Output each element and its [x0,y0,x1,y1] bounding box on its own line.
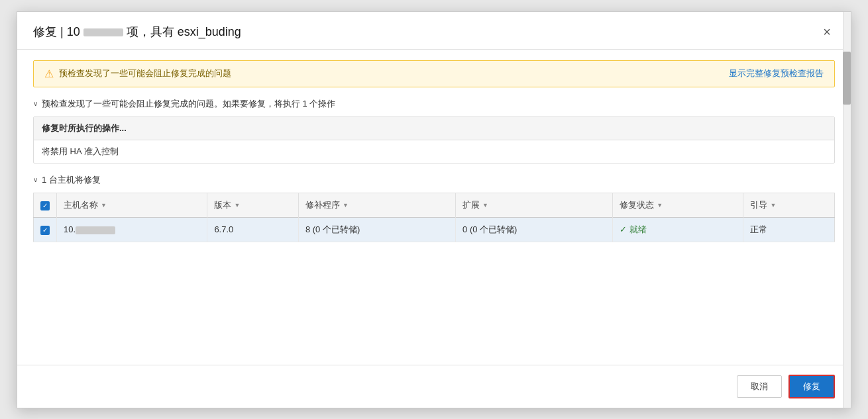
col-boot-label: 引导 [750,199,767,211]
warning-text: 预检查发现了一些可能会阻止修复完成的问题 [59,68,231,79]
select-all-checkbox[interactable] [40,201,50,210]
cancel-button[interactable]: 取消 [737,375,782,398]
sort-patch-icon[interactable]: ▼ [343,202,349,209]
title-suffix: 项，具有 esxi_buding [127,25,241,38]
warning-icon: ⚠ [44,68,54,80]
chevron-icon-2: ∨ [33,176,38,183]
chevron-icon: ∨ [33,100,38,107]
row-host: 10. [57,217,207,242]
scrollbar-thumb[interactable] [843,52,851,105]
row-patch: 8 (0 个已转储) [298,217,455,242]
col-version-label: 版本 [214,199,231,211]
dialog-footer: 取消 修复 [17,365,851,408]
operations-table: 修复时所执行的操作... 将禁用 HA 准入控制 [33,116,835,163]
dialog-title: 修复 | 10 项，具有 esxi_buding [33,24,241,40]
table-header-row: 主机名称 ▼ 版本 ▼ 修补程序 [34,193,835,217]
masked-ip-title [83,28,123,36]
col-patch-label: 修补程序 [305,199,340,211]
th-host: 主机名称 ▼ [57,193,207,217]
th-version: 版本 ▼ [207,193,299,217]
th-expand: 扩展 ▼ [456,193,613,217]
row-status-text: 就绪 [629,224,647,236]
table-row: 10. 6.7.0 8 (0 个已转储) 0 (0 个已转储) ✓ 就绪 正常 [34,217,835,242]
th-checkbox [34,193,57,217]
repair-button[interactable]: 修复 [788,375,835,398]
hosts-section-title: 1 台主机将修复 [42,174,101,186]
row-status: ✓ 就绪 [613,217,743,242]
row-expand: 0 (0 个已转储) [456,217,613,242]
row-version: 6.7.0 [207,217,299,242]
dialog-header: 修复 | 10 项，具有 esxi_buding × [17,12,851,50]
title-main: 修复 | 10 [33,25,80,38]
sort-host-icon[interactable]: ▼ [101,202,107,209]
precheck-section-title: 预检查发现了一些可能会阻止修复完成的问题。如果要修复，将执行 1 个操作 [42,98,335,110]
th-patch: 修补程序 ▼ [298,193,455,217]
warning-banner: ⚠ 预检查发现了一些可能会阻止修复完成的问题 显示完整修复预检查报告 [33,60,835,87]
sort-status-icon[interactable]: ▼ [657,202,663,209]
row-checkbox-cell [34,217,57,242]
th-boot: 引导 ▼ [743,193,835,217]
precheck-section: ∨ 预检查发现了一些可能会阻止修复完成的问题。如果要修复，将执行 1 个操作 修… [33,98,835,163]
row-boot: 正常 [743,217,835,242]
col-expand-label: 扩展 [462,199,480,211]
status-check-icon: ✓ [620,224,627,234]
scrollbar-track[interactable] [843,12,851,408]
masked-ip-row [76,226,115,234]
show-report-link[interactable]: 显示完整修复预检查报告 [729,68,824,79]
row-checkbox[interactable] [40,226,50,235]
sort-expand-icon[interactable]: ▼ [482,202,488,209]
repair-dialog: 修复 | 10 项，具有 esxi_buding × ⚠ 预检查发现了一些可能会… [17,11,851,408]
dialog-body: ⚠ 预检查发现了一些可能会阻止修复完成的问题 显示完整修复预检查报告 ∨ 预检查… [17,50,851,365]
operations-body: 将禁用 HA 准入控制 [34,140,834,163]
warning-left: ⚠ 预检查发现了一些可能会阻止修复完成的问题 [44,68,231,80]
sort-version-icon[interactable]: ▼ [234,202,240,209]
col-host-label: 主机名称 [64,199,98,211]
hosts-section-header[interactable]: ∨ 1 台主机将修复 [33,174,835,186]
hosts-section: ∨ 1 台主机将修复 主机名称 ▼ [33,174,835,242]
th-status: 修复状态 ▼ [613,193,743,217]
sort-boot-icon[interactable]: ▼ [770,202,776,209]
operations-header: 修复时所执行的操作... [34,117,834,140]
close-button[interactable]: × [819,24,835,40]
host-prefix: 10. [64,224,76,234]
hosts-table: 主机名称 ▼ 版本 ▼ 修补程序 [33,193,835,242]
precheck-section-header[interactable]: ∨ 预检查发现了一些可能会阻止修复完成的问题。如果要修复，将执行 1 个操作 [33,98,835,110]
col-status-label: 修复状态 [620,199,654,211]
